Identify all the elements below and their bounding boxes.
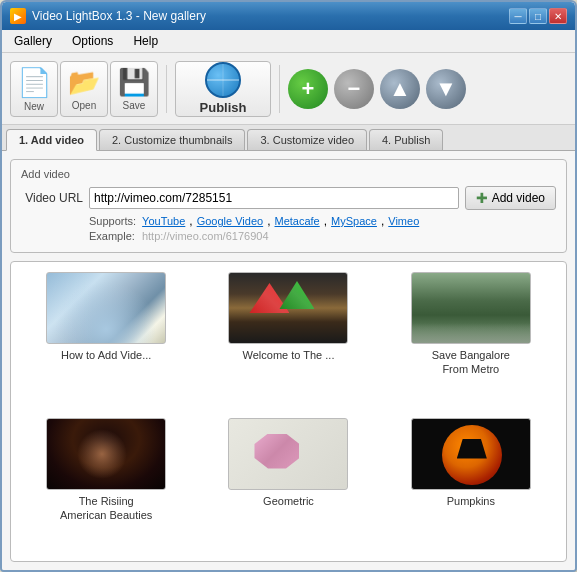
menu-help[interactable]: Help [125, 32, 166, 50]
tab-customize-video[interactable]: 3. Customize video [247, 129, 367, 150]
list-item[interactable]: Welcome to The ... [203, 272, 373, 406]
globe-icon [205, 62, 241, 98]
link-metacafe[interactable]: Metacafe [274, 215, 319, 227]
maximize-button[interactable]: □ [529, 8, 547, 24]
open-button[interactable]: 📂 Open [60, 61, 108, 117]
title-bar-left: ▶ Video LightBox 1.3 - New gallery [10, 8, 206, 24]
video-grid: How to Add Vide... Welcome to The ... Sa… [10, 261, 567, 562]
list-item[interactable]: Geometric [203, 418, 373, 552]
separator-2: , [267, 214, 270, 228]
list-item[interactable]: The RisiingAmerican Beauties [21, 418, 191, 552]
move-down-button[interactable]: ▼ [426, 69, 466, 109]
menu-gallery[interactable]: Gallery [6, 32, 60, 50]
add-item-button[interactable]: + [288, 69, 328, 109]
tab-add-video[interactable]: 1. Add video [6, 129, 97, 151]
list-item[interactable]: Save BangaloreFrom Metro [386, 272, 556, 406]
video-thumb-1 [46, 272, 166, 344]
video-thumb-3 [411, 272, 531, 344]
group-title: Add video [21, 168, 556, 180]
supports-row: Supports: YouTube, Google Video, Metacaf… [21, 214, 556, 228]
supports-label: Supports: [89, 215, 136, 227]
video-title-2: Welcome to The ... [243, 348, 335, 362]
close-button[interactable]: ✕ [549, 8, 567, 24]
title-controls: ─ □ ✕ [509, 8, 567, 24]
video-thumb-2 [228, 272, 348, 344]
video-title-6: Pumpkins [447, 494, 495, 508]
save-button[interactable]: 💾 Save [110, 61, 158, 117]
video-title-5: Geometric [263, 494, 314, 508]
move-up-button[interactable]: ▲ [380, 69, 420, 109]
url-label: Video URL [21, 191, 83, 205]
video-title-1: How to Add Vide... [61, 348, 151, 362]
app-icon: ▶ [10, 8, 26, 24]
main-window: ▶ Video LightBox 1.3 - New gallery ─ □ ✕… [0, 0, 577, 572]
tab-publish[interactable]: 4. Publish [369, 129, 443, 150]
new-label: New [24, 101, 44, 112]
video-url-input[interactable] [89, 187, 459, 209]
video-thumb-6 [411, 418, 531, 490]
menu-bar: Gallery Options Help [2, 30, 575, 53]
file-toolbar-group: 📄 New 📂 Open 💾 Save [10, 61, 158, 117]
example-url: http://vimeo.com/6176904 [142, 230, 269, 242]
separator-4: , [381, 214, 384, 228]
publish-button[interactable]: Publish [175, 61, 271, 117]
add-video-icon: ✚ [476, 190, 488, 206]
open-icon: 📂 [68, 67, 100, 98]
toolbar-separator-2 [279, 65, 280, 113]
minimize-button[interactable]: ─ [509, 8, 527, 24]
new-icon: 📄 [17, 66, 52, 99]
window-title: Video LightBox 1.3 - New gallery [32, 9, 206, 23]
content-area: Add video Video URL ✚ Add video Supports… [2, 151, 575, 570]
separator-3: , [324, 214, 327, 228]
separator-1: , [189, 214, 192, 228]
link-vimeo[interactable]: Vimeo [388, 215, 419, 227]
save-icon: 💾 [118, 67, 150, 98]
open-label: Open [72, 100, 96, 111]
tab-customize-thumbnails[interactable]: 2. Customize thumbnails [99, 129, 245, 150]
list-item[interactable]: How to Add Vide... [21, 272, 191, 406]
example-label: Example: [89, 230, 135, 242]
add-video-group: Add video Video URL ✚ Add video Supports… [10, 159, 567, 253]
title-bar: ▶ Video LightBox 1.3 - New gallery ─ □ ✕ [2, 2, 575, 30]
link-youtube[interactable]: YouTube [142, 215, 185, 227]
action-toolbar-group: + − ▲ ▼ [288, 69, 466, 109]
menu-options[interactable]: Options [64, 32, 121, 50]
list-item[interactable]: Pumpkins [386, 418, 556, 552]
video-title-4: The RisiingAmerican Beauties [60, 494, 152, 523]
remove-item-button[interactable]: − [334, 69, 374, 109]
new-button[interactable]: 📄 New [10, 61, 58, 117]
video-thumb-5 [228, 418, 348, 490]
publish-label: Publish [200, 100, 247, 115]
toolbar-separator-1 [166, 65, 167, 113]
example-row: Example: http://vimeo.com/6176904 [21, 230, 556, 242]
add-video-button[interactable]: ✚ Add video [465, 186, 556, 210]
toolbar: 📄 New 📂 Open 💾 Save Publis [2, 53, 575, 125]
tabs-bar: 1. Add video 2. Customize thumbnails 3. … [2, 125, 575, 151]
url-row: Video URL ✚ Add video [21, 186, 556, 210]
video-title-3: Save BangaloreFrom Metro [432, 348, 510, 377]
add-video-button-label: Add video [492, 191, 545, 205]
video-thumb-4 [46, 418, 166, 490]
link-myspace[interactable]: MySpace [331, 215, 377, 227]
link-google-video[interactable]: Google Video [197, 215, 263, 227]
save-label: Save [123, 100, 146, 111]
